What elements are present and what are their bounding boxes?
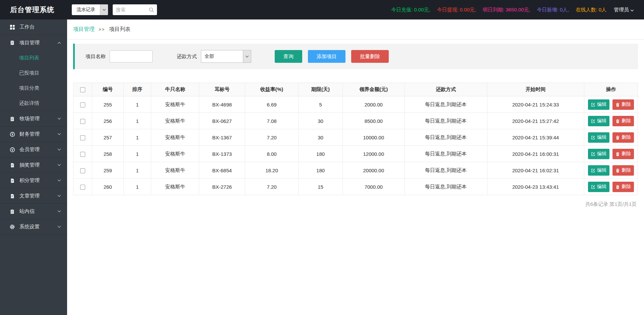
sidebar-item-label: 会员管理 bbox=[19, 146, 40, 153]
chevron-down-icon bbox=[100, 4, 108, 15]
stat-online-count: 在线人数:0人 bbox=[576, 7, 606, 13]
topbar-stats: 今日充值:0.00元, 今日提现:0.00元, 明日到期:3650.00元, 今… bbox=[391, 7, 606, 13]
sidebar-item-points-management[interactable]: 积分管理 bbox=[0, 173, 67, 188]
document-icon bbox=[9, 193, 15, 199]
col-cattle-name: 牛只名称 bbox=[151, 83, 199, 96]
trash-icon bbox=[615, 119, 620, 123]
delete-button[interactable]: 删除 bbox=[612, 165, 634, 176]
sidebar-item-label: 财务管理 bbox=[19, 131, 40, 137]
row-checkbox[interactable] bbox=[80, 168, 85, 173]
breadcrumb: 项目管理 >> 项目列表 bbox=[67, 19, 644, 40]
chevron-down-icon bbox=[57, 210, 61, 213]
sidebar-subitem-project-categories[interactable]: 项目分类 bbox=[0, 81, 67, 96]
col-ear-tag: 耳标号 bbox=[199, 83, 245, 96]
sidebar: 工作台 项目管理 项目列表 已投项目 项目分类 还款详情 bbox=[0, 19, 67, 315]
chevron-down-icon bbox=[57, 148, 61, 151]
header-checkbox-cell bbox=[73, 83, 92, 96]
breadcrumb-section-link[interactable]: 项目管理 bbox=[73, 26, 95, 33]
chevron-down-icon bbox=[57, 164, 61, 166]
row-checkbox[interactable] bbox=[80, 185, 85, 190]
edit-button[interactable]: 编辑 bbox=[588, 149, 609, 159]
edit-pencil-icon bbox=[591, 119, 595, 123]
module-select[interactable]: 流水记录 bbox=[72, 4, 108, 15]
chevron-down-icon bbox=[243, 50, 251, 62]
edit-pencil-icon bbox=[591, 168, 595, 173]
delete-button[interactable]: 删除 bbox=[612, 149, 634, 159]
search-icon[interactable] bbox=[149, 7, 154, 13]
sidebar-item-project-management[interactable]: 项目管理 bbox=[0, 35, 67, 50]
row-checkbox[interactable] bbox=[80, 102, 85, 107]
col-sort: 排序 bbox=[123, 83, 151, 96]
add-project-button[interactable]: 添加项目 bbox=[308, 50, 345, 63]
delete-button[interactable]: 删除 bbox=[612, 116, 634, 126]
repayment-method-select[interactable]: 全部 bbox=[201, 50, 251, 63]
query-button[interactable]: 查询 bbox=[275, 50, 302, 63]
sidebar-item-pasture-management[interactable]: 牧场管理 bbox=[0, 111, 67, 127]
sidebar-subitem-invested-projects[interactable]: 已投项目 bbox=[0, 65, 67, 81]
clipboard-icon bbox=[9, 40, 15, 46]
stat-new-today: 今日新增:0人, bbox=[537, 7, 569, 13]
col-term-days: 期限(天) bbox=[299, 83, 342, 96]
user-menu[interactable]: 管理员 bbox=[614, 7, 634, 13]
filter-panel: 项目名称 还款方式 全部 查询 添加项目 批量删除 bbox=[73, 44, 638, 69]
edit-button[interactable]: 编辑 bbox=[588, 99, 609, 110]
sidebar-item-system-settings[interactable]: 系统设置 bbox=[0, 219, 67, 235]
col-id: 编号 bbox=[92, 83, 123, 96]
document-icon bbox=[9, 178, 15, 183]
sidebar-item-label: 牧场管理 bbox=[19, 116, 40, 122]
repayment-method-label: 还款方式 bbox=[177, 53, 197, 60]
topbar: 后台管理系统 流水记录 今日充值:0.00元, 今日提现:0.00元, 明日到期… bbox=[0, 0, 644, 19]
delete-button[interactable]: 删除 bbox=[612, 182, 634, 192]
sidebar-item-lottery-management[interactable]: 抽奖管理 bbox=[0, 158, 67, 173]
sidebar-item-label: 抽奖管理 bbox=[19, 162, 40, 168]
chevron-down-icon bbox=[57, 133, 61, 135]
sidebar-item-member-management[interactable]: 会员管理 bbox=[0, 142, 67, 158]
global-search bbox=[113, 4, 157, 15]
main-content: 项目管理 >> 项目列表 项目名称 还款方式 全部 查询 添加项目 批量删除 bbox=[67, 19, 644, 315]
app-title: 后台管理系统 bbox=[0, 5, 67, 14]
yuan-circle-icon bbox=[9, 131, 15, 137]
row-checkbox[interactable] bbox=[80, 152, 85, 157]
select-all-checkbox[interactable] bbox=[80, 87, 85, 92]
trash-icon bbox=[615, 102, 620, 107]
edit-button[interactable]: 编辑 bbox=[588, 182, 609, 192]
sidebar-item-workbench[interactable]: 工作台 bbox=[0, 19, 67, 35]
edit-pencil-icon bbox=[591, 185, 595, 189]
repayment-method-value: 全部 bbox=[201, 50, 243, 62]
delete-button[interactable]: 删除 bbox=[612, 99, 634, 110]
stat-due-tomorrow: 明日到期:3650.00元, bbox=[483, 7, 530, 13]
search-input[interactable] bbox=[113, 7, 149, 12]
sidebar-item-site-messages[interactable]: 站内信 bbox=[0, 204, 67, 219]
sidebar-item-article-management[interactable]: 文章管理 bbox=[0, 188, 67, 204]
table-row: 256 1 安格斯牛 BX-0627 7.08 30 8500.00 每日返息,… bbox=[73, 113, 638, 129]
dashboard-icon bbox=[9, 24, 15, 30]
col-repayment-method: 还款方式 bbox=[405, 83, 487, 96]
clipboard-icon bbox=[9, 116, 15, 122]
clipboard-icon bbox=[9, 209, 15, 214]
table-row: 255 1 安格斯牛 BX-4698 6.69 5 2000.00 每日返息,到… bbox=[73, 96, 638, 113]
row-checkbox[interactable] bbox=[80, 119, 85, 124]
trash-icon bbox=[615, 135, 620, 140]
batch-delete-button[interactable]: 批量删除 bbox=[351, 50, 389, 63]
document-icon bbox=[9, 162, 15, 168]
col-yield-rate: 收益率(%) bbox=[245, 83, 299, 96]
sidebar-item-label: 工作台 bbox=[19, 24, 35, 30]
edit-pencil-icon bbox=[591, 152, 595, 156]
project-name-input[interactable] bbox=[110, 50, 153, 62]
sidebar-item-finance-management[interactable]: 财务管理 bbox=[0, 127, 67, 142]
project-name-label: 项目名称 bbox=[86, 53, 106, 60]
row-checkbox[interactable] bbox=[80, 135, 85, 140]
breadcrumb-current-page: 项目列表 bbox=[109, 26, 130, 33]
delete-button[interactable]: 删除 bbox=[612, 132, 634, 143]
sidebar-subitem-repayment-details[interactable]: 还款详情 bbox=[0, 96, 67, 111]
chevron-down-icon bbox=[57, 179, 61, 182]
sidebar-subitem-project-list[interactable]: 项目列表 bbox=[0, 50, 67, 65]
stat-today-withdraw: 今日提现:0.00元, bbox=[437, 7, 476, 13]
member-circle-icon bbox=[9, 147, 15, 152]
edit-pencil-icon bbox=[591, 102, 595, 107]
edit-button[interactable]: 编辑 bbox=[588, 132, 609, 143]
module-select-value: 流水记录 bbox=[72, 4, 100, 15]
edit-button[interactable]: 编辑 bbox=[588, 116, 609, 126]
edit-button[interactable]: 编辑 bbox=[588, 165, 609, 176]
sidebar-item-label: 系统设置 bbox=[19, 224, 40, 230]
